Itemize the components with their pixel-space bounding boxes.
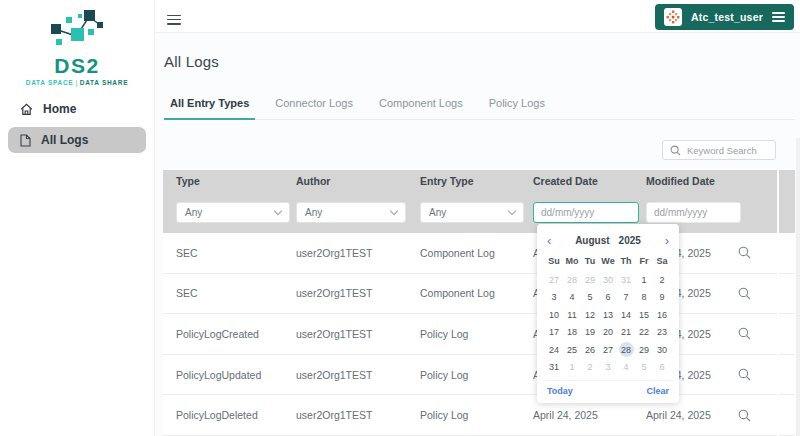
calendar-day[interactable]: 11 [563, 306, 581, 324]
calendar-day[interactable]: 1 [635, 271, 653, 289]
calendar-day[interactable]: 30 [599, 271, 617, 289]
calendar-day[interactable]: 12 [581, 306, 599, 324]
created-date-filter-input[interactable] [533, 202, 639, 223]
weekday-label: We [599, 254, 617, 269]
user-menu-button[interactable]: Atc_test_user [655, 4, 794, 30]
calendar-day[interactable]: 17 [545, 324, 563, 342]
search-icon [738, 327, 751, 340]
row-details-button[interactable] [738, 287, 782, 300]
calendar-day[interactable]: 31 [545, 359, 563, 377]
sidebar-item-label: Home [43, 102, 76, 116]
calendar-day[interactable]: 27 [599, 341, 617, 359]
calendar-day[interactable]: 4 [617, 359, 635, 377]
keyword-search-input[interactable] [687, 145, 768, 156]
modified-date-filter-input[interactable] [646, 202, 741, 223]
weekday-label: Sa [653, 254, 671, 269]
calendar-day[interactable]: 5 [635, 359, 653, 377]
calendar-day[interactable]: 30 [653, 341, 671, 359]
calendar-day[interactable]: 29 [581, 271, 599, 289]
calendar-clear-button[interactable]: Clear [646, 386, 669, 396]
sidebar-item-home[interactable]: Home [8, 96, 146, 122]
calendar-day[interactable]: 28 [619, 342, 634, 357]
calendar-day[interactable]: 10 [545, 306, 563, 324]
calendar-day[interactable]: 22 [635, 324, 653, 342]
calendar-day[interactable]: 27 [545, 271, 563, 289]
topbar: Atc_test_user [155, 0, 800, 33]
calendar-day[interactable]: 15 [635, 306, 653, 324]
calendar-day[interactable]: 2 [653, 271, 671, 289]
next-month-icon[interactable]: › [655, 234, 669, 247]
calendar-month-button[interactable]: August [575, 235, 609, 246]
page-scrollbar[interactable] [796, 138, 800, 436]
calendar-day[interactable]: 3 [545, 289, 563, 307]
calendar-year-button[interactable]: 2025 [619, 235, 641, 246]
tab[interactable]: All Entry Types [164, 97, 255, 120]
cell-author: user2Org1TEST [296, 369, 420, 381]
cell-author: user2Org1TEST [296, 409, 420, 421]
calendar-nav: ‹ August 2025 › [543, 230, 673, 250]
chevron-down-icon [390, 207, 398, 215]
previous-month-icon[interactable]: ‹ [547, 234, 561, 247]
table-row: PolicyLogCreated user2Org1TEST Policy Lo… [163, 314, 795, 355]
calendar-day-grid: 27 28 29 30 31 1 2 3 4 5 6 7 8 9 10 [543, 271, 673, 376]
calendar-day[interactable]: 25 [563, 341, 581, 359]
sidebar-item-label: All Logs [41, 133, 88, 147]
calendar-day[interactable]: 26 [581, 341, 599, 359]
search-icon [738, 246, 751, 259]
table-header-row: Type Author Entry Type Created Date Modi… [163, 170, 795, 192]
row-details-button[interactable] [738, 368, 782, 381]
row-details-button[interactable] [738, 327, 782, 340]
column-header-type: Type [176, 175, 296, 187]
home-icon [20, 103, 33, 116]
calendar-day[interactable]: 23 [653, 324, 671, 342]
sidebar-item-all-logs[interactable]: All Logs [8, 127, 146, 153]
cell-modified-date: April 24, 2025 [646, 409, 738, 421]
sidebar-nav: Home All Logs [0, 96, 154, 153]
tab[interactable]: Connector Logs [269, 97, 359, 119]
menu-toggle-icon[interactable] [167, 12, 181, 27]
calendar-day[interactable]: 5 [581, 289, 599, 307]
weekday-label: Tu [581, 254, 599, 269]
cell-entry-type: Policy Log [420, 409, 533, 421]
calendar-day[interactable]: 7 [617, 289, 635, 307]
chevron-down-icon [274, 207, 282, 215]
entry-type-filter-select[interactable]: Any [420, 202, 524, 223]
column-header-modified-date: Modified Date [646, 175, 738, 187]
calendar-day[interactable]: 28 [563, 271, 581, 289]
calendar-today-button[interactable]: Today [547, 386, 573, 396]
row-details-button[interactable] [738, 409, 782, 422]
calendar-day[interactable]: 16 [653, 306, 671, 324]
calendar-day[interactable]: 8 [635, 289, 653, 307]
calendar-day[interactable]: 13 [599, 306, 617, 324]
keyword-search-box [662, 140, 776, 160]
calendar-day[interactable]: 6 [599, 289, 617, 307]
calendar-day[interactable]: 3 [599, 359, 617, 377]
calendar-day[interactable]: 9 [653, 289, 671, 307]
calendar-day[interactable]: 1 [563, 359, 581, 377]
calendar-day[interactable]: 4 [563, 289, 581, 307]
table-row: PolicyLogUpdated user2Org1TEST Policy Lo… [163, 355, 795, 396]
calendar-day[interactable]: 2 [581, 359, 599, 377]
calendar-day[interactable]: 18 [563, 324, 581, 342]
calendar-day[interactable]: 24 [545, 341, 563, 359]
cell-type: SEC [176, 287, 296, 299]
calendar-day[interactable]: 14 [617, 306, 635, 324]
calendar-day[interactable]: 20 [599, 324, 617, 342]
type-filter-select[interactable]: Any [176, 202, 290, 223]
column-header-created-date: Created Date [533, 175, 646, 187]
calendar-day[interactable]: 31 [617, 271, 635, 289]
brand-name: DS2 [0, 55, 154, 76]
cell-type: PolicyLogDeleted [176, 409, 296, 421]
tab[interactable]: Component Logs [373, 97, 469, 119]
calendar-day[interactable]: 29 [635, 341, 653, 359]
calendar-day[interactable]: 19 [581, 324, 599, 342]
cell-type: PolicyLogCreated [176, 328, 296, 340]
calendar-day[interactable]: 21 [617, 324, 635, 342]
calendar-title: August 2025 [561, 235, 655, 246]
main-content: All Logs All Entry Types Connector Logs … [155, 33, 800, 436]
tab[interactable]: Policy Logs [483, 97, 551, 119]
author-filter-select[interactable]: Any [296, 202, 406, 223]
table-row: SEC user2Org1TEST Component Log April 24… [163, 274, 795, 315]
row-details-button[interactable] [738, 246, 782, 259]
calendar-day[interactable]: 6 [653, 359, 671, 377]
